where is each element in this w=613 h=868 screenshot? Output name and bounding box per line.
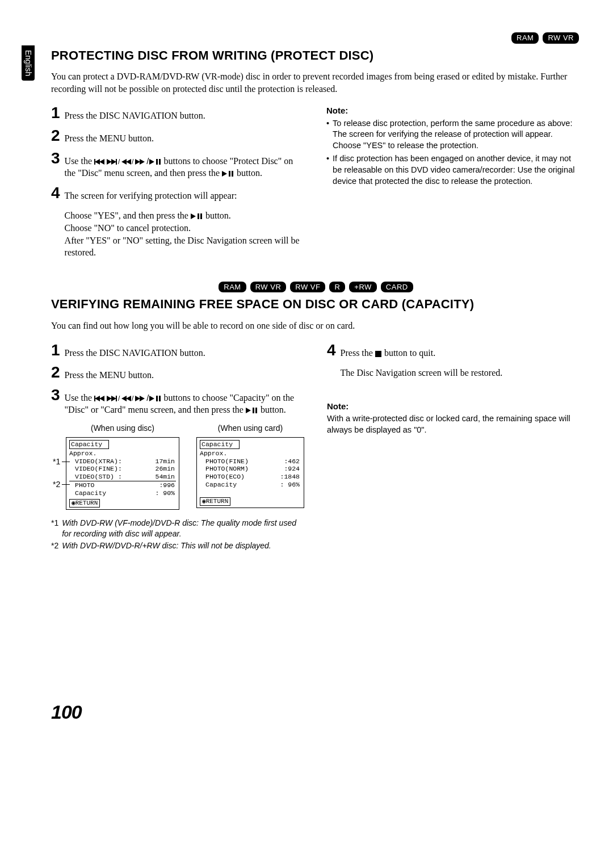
svg-rect-7 [232,171,233,177]
svg-text:/: / [132,395,134,402]
diagram-row: (When using disc) Capacity Approx. VIDEO… [51,423,304,510]
t: To release disc protection, perform the … [333,118,579,152]
k: VIDEO(XTRA): [70,458,122,466]
note-text: With a write-protected disc or locked ca… [327,413,579,435]
t: *1 [53,457,60,467]
step-num: 1 [51,342,60,359]
step-1-1: 1Press the DISC NAVIGATION button. [51,105,304,122]
t: Choose "NO" to cancel protection. [65,222,304,234]
svg-rect-4 [156,159,158,165]
section1-intro: You can protect a DVD-RAM/DVD-RW (VR-mod… [51,70,579,95]
step-2-4: 4Press the button to quit. The Disc Navi… [327,342,579,379]
note-heading: Note: [326,105,579,116]
step-1-2: 2Press the MENU button. [51,128,304,145]
svg-rect-5 [159,159,161,165]
svg-rect-0 [94,159,95,165]
step-1-3: 3Use the // / buttons to choose "Protect… [51,150,304,179]
page: English RAM RW VR PROTECTING DISC FROM W… [0,0,613,754]
step-body: Press the DISC NAVIGATION button. [65,347,205,359]
osd-row: VIDEO(STD) :54min [69,473,176,481]
step-num: 3 [51,387,60,416]
bullet-icon: • [326,118,329,152]
play-pause-icon [191,211,203,220]
play-pause-icon [222,168,234,178]
badge: +RW [349,282,377,293]
section2-intro: You can find out how long you will be ab… [51,320,579,332]
step-body: Press the MENU button. [65,132,154,145]
svg-rect-11 [116,396,117,401]
t: button. [234,168,262,178]
cols-2: 1Press the DISC NAVIGATION button. 2Pres… [51,342,579,552]
osd-card-label: (When using card) [196,423,304,434]
osd-row: VIDEO(FINE):26min [69,465,176,473]
t: The Disc Navigation screen will be resto… [341,367,503,379]
t: Use the [65,393,94,402]
k: VIDEO(FINE): [70,465,122,473]
k: PHOTO(ECO) [201,473,245,481]
t: Press the [341,348,375,358]
svg-rect-16 [253,408,254,413]
k: Capacity [201,481,237,489]
t: If disc protection has been engaged on a… [333,153,579,187]
svg-rect-9 [200,213,202,219]
osd-row: Capacity: 90% [69,489,176,497]
osd-disc: Capacity Approx. VIDEO(XTRA):17min VIDEO… [66,437,179,510]
badge-rwvr: RW VR [543,32,579,44]
v: :462 [284,458,300,466]
osd-row: PHOTO(NORM):924 [200,465,301,473]
page-number: 100 [51,699,579,726]
osd-row: PHOTO:996 [69,481,176,489]
k: PHOTO(FINE) [201,458,249,466]
badge: CARD [381,282,413,293]
footnote-2: *2With DVD-RW/DVD-R/+RW disc: This will … [51,540,304,551]
svg-text:/: / [118,395,120,402]
svg-rect-14 [156,396,158,401]
t: Use the [65,156,94,166]
svg-text:/: / [118,158,120,165]
svg-rect-6 [229,171,230,177]
osd-disc-label: (When using disc) [66,423,179,434]
t: RETURN [206,498,229,505]
section2-title: VERIFYING REMAINING FREE SPACE ON DISC O… [51,296,579,313]
play-pause-icon [246,405,258,414]
t: Choose "YES", and then press the [65,211,191,220]
osd-approx: Approx. [200,450,301,458]
v: 17min [155,458,175,466]
osd-row: PHOTO(ECO):1848 [200,473,301,481]
note-item: •If disc protection has been engaged on … [326,153,579,187]
col-right-1: Note: •To release disc protection, perfo… [326,105,579,264]
v: : 96% [280,481,300,489]
t: *2 [53,480,60,489]
step-body: Press the DISC NAVIGATION button. [65,110,205,122]
note-heading: Note: [327,401,579,412]
t: button. [203,211,231,220]
sub: Choose "YES", and then press the button. [65,209,304,222]
spacer [327,385,579,401]
cols-1: 1Press the DISC NAVIGATION button. 2Pres… [51,105,579,264]
step-body: Press the button to quit. The Disc Navig… [341,347,503,379]
svg-rect-8 [198,213,199,219]
badge: R [329,282,345,293]
v: :996 [159,481,175,489]
osd-row: Capacity: 96% [200,481,301,489]
step-body: Use the // / buttons to choose "Capacity… [65,392,304,416]
badge: RW VF [290,282,325,293]
step-body: The screen for verifying protection will… [65,190,304,259]
note-item: •To release disc protection, perform the… [326,118,579,152]
star2-marker: *2 [53,480,70,489]
step-num: 1 [51,105,60,122]
bullet-icon: • [326,153,329,187]
v: :1848 [280,473,300,481]
t: With DVD-RW/DVD-R/+RW disc: This will no… [62,540,271,551]
badge: RW VR [250,282,287,293]
step-2-2: 2Press the MENU button. [51,364,304,381]
nav-icons: // / [94,156,162,166]
osd-title: Capacity [69,440,109,449]
badge: RAM [219,282,246,293]
k: VIDEO(STD) : [70,473,122,481]
note-list: •To release disc protection, perform the… [326,118,579,187]
osd-row: VIDEO(XTRA):17min [69,458,176,466]
k: PHOTO(NORM) [201,465,249,473]
t: button. [258,405,286,414]
osd-approx: Approx. [69,450,176,458]
